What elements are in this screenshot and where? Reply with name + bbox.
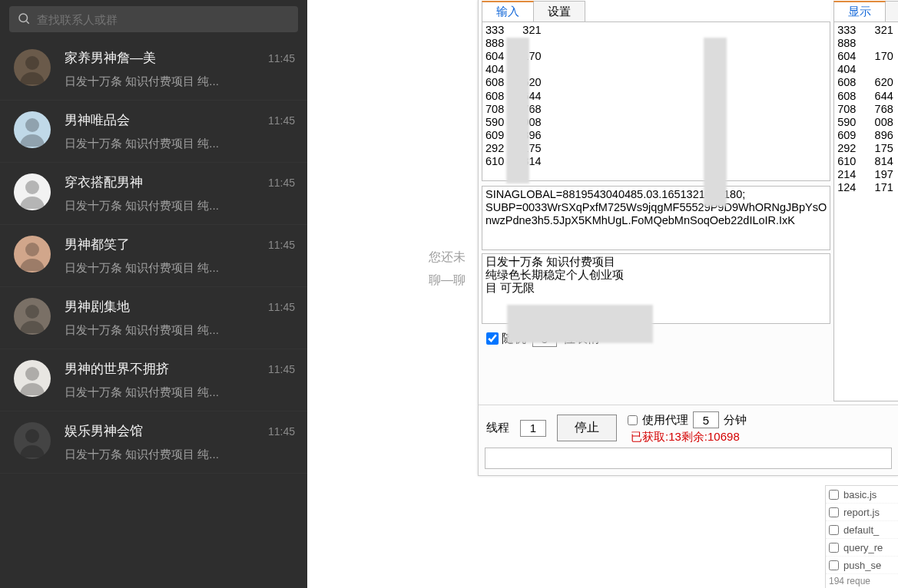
chat-item-body: 穿衣搭配男神11:45日发十万条 知识付费项目 纯...	[65, 173, 295, 213]
chat-sidebar: 家养男神詹—美11:45日发十万条 知识付费项目 纯...男神唯品会11:45日…	[0, 0, 307, 588]
file-row-checkbox[interactable]	[829, 543, 839, 553]
svg-point-2	[25, 56, 39, 70]
chat-item-body: 男神都笑了11:45日发十万条 知识付费项目 纯...	[65, 236, 295, 276]
chat-item-body: 家养男神詹—美11:45日发十万条 知识付费项目 纯...	[65, 49, 295, 89]
avatar	[14, 49, 51, 86]
file-row-label: report.js	[843, 507, 880, 518]
svg-point-8	[25, 429, 39, 443]
random-checkbox[interactable]	[486, 332, 499, 345]
file-row[interactable]: default_	[826, 521, 898, 539]
file-row-label: push_se	[843, 560, 881, 571]
chat-item-body: 男神剧集地11:45日发十万条 知识付费项目 纯...	[65, 298, 295, 338]
tool-left-column: 输入 设置 333 321 888 604 170 404 608 620 60…	[482, 0, 830, 405]
search-icon	[17, 12, 37, 28]
tabs-right: 显示 代理	[833, 0, 898, 21]
file-row-checkbox[interactable]	[829, 507, 839, 517]
chat-item-body: 娱乐男神会馆11:45日发十万条 知识付费项目 纯...	[65, 422, 295, 462]
empty-chat-hint: 您还未 聊—聊	[429, 246, 466, 292]
chat-time: 11:45	[268, 114, 295, 127]
proxy-minutes-input[interactable]	[693, 411, 719, 428]
file-row[interactable]: report.js	[826, 504, 898, 521]
status-line: 已获取:13剩余:10698	[628, 430, 747, 444]
file-row-label: default_	[843, 524, 879, 536]
file-row-checkbox[interactable]	[829, 490, 839, 500]
svg-point-5	[25, 243, 39, 256]
search-box[interactable]	[9, 6, 298, 32]
chat-item[interactable]: 穿衣搭配男神11:45日发十万条 知识付费项目 纯...	[0, 163, 307, 225]
hint-line-1: 您还未	[429, 246, 466, 269]
thread-count-input[interactable]	[520, 420, 546, 437]
avatar	[14, 360, 51, 397]
chat-time: 11:45	[268, 52, 295, 64]
svg-point-4	[25, 180, 39, 194]
tab-input[interactable]: 输入	[482, 1, 534, 22]
file-list-panel: basic.jsreport.jsdefault_query_repush_se…	[825, 485, 898, 588]
tool-bottom-bar: 线程 停止 使用代理 分钟 已获取:13剩余:10698	[479, 405, 898, 448]
avatar	[14, 173, 51, 210]
chat-item-body: 男神的世界不拥挤11:45日发十万条 知识付费项目 纯...	[65, 360, 295, 400]
file-row-label: basic.js	[843, 489, 876, 500]
chat-name: 男神都笑了	[65, 236, 130, 253]
tool-right-column: 显示 代理 333 321 发 送 失 败!! 888 发 送 失 败!! 60…	[833, 0, 898, 405]
chat-item[interactable]: 男神都笑了11:45日发十万条 知识付费项目 纯...	[0, 225, 307, 287]
tab-display[interactable]: 显示	[833, 1, 886, 22]
result-log-box[interactable]: 333 321 发 送 失 败!! 888 发 送 失 败!! 604 170 …	[833, 21, 898, 401]
chat-preview: 日发十万条 知识付费项目 纯...	[65, 74, 295, 89]
bottom-text-input[interactable]	[485, 448, 892, 469]
hint-line-2: 聊—聊	[429, 269, 466, 292]
chat-preview: 日发十万条 知识付费项目 纯...	[65, 385, 295, 400]
thread-label: 线程	[486, 421, 509, 435]
avatar	[14, 298, 51, 335]
tool-body: 输入 设置 333 321 888 604 170 404 608 620 60…	[479, 0, 898, 405]
file-row[interactable]: query_re	[826, 539, 898, 557]
file-row-checkbox[interactable]	[829, 525, 839, 535]
svg-point-7	[25, 367, 39, 381]
file-panel-footer: 194 reque	[826, 574, 898, 588]
chat-name: 男神剧集地	[65, 298, 130, 315]
chat-name: 男神的世界不拥挤	[65, 360, 169, 378]
svg-point-6	[25, 305, 39, 319]
proxy-and-status: 使用代理 分钟 已获取:13剩余:10698	[628, 411, 747, 444]
avatar	[14, 236, 51, 273]
file-row[interactable]: push_se	[826, 557, 898, 574]
chat-item[interactable]: 男神的世界不拥挤11:45日发十万条 知识付费项目 纯...	[0, 349, 307, 411]
chat-preview: 日发十万条 知识付费项目 纯...	[65, 448, 295, 462]
avatar	[14, 422, 51, 459]
search-input[interactable]	[37, 13, 290, 26]
chat-item[interactable]: 娱乐男神会馆11:45日发十万条 知识付费项目 纯...	[0, 411, 307, 474]
chat-name: 娱乐男神会馆	[65, 422, 143, 440]
chat-time: 11:45	[268, 301, 295, 313]
chat-item[interactable]: 男神唯品会11:45日发十万条 知识付费项目 纯...	[0, 101, 307, 163]
chat-time: 11:45	[268, 177, 295, 189]
chat-name: 穿衣搭配男神	[65, 173, 143, 191]
chat-preview: 日发十万条 知识付费项目 纯...	[65, 261, 295, 276]
chat-name: 家养男神詹—美	[65, 49, 156, 67]
chat-time: 11:45	[268, 363, 295, 375]
chat-name: 男神唯品会	[65, 111, 130, 129]
svg-point-3	[25, 118, 39, 132]
use-proxy-checkbox[interactable]	[628, 415, 638, 425]
chat-list[interactable]: 家养男神詹—美11:45日发十万条 知识付费项目 纯...男神唯品会11:45日…	[0, 38, 307, 588]
stop-button[interactable]: 停止	[557, 415, 617, 441]
tab-settings[interactable]: 设置	[534, 1, 585, 22]
file-row-checkbox[interactable]	[829, 560, 839, 570]
chat-item-body: 男神唯品会11:45日发十万条 知识付费项目 纯...	[65, 111, 295, 151]
chat-time: 11:45	[268, 239, 295, 251]
tab-proxy[interactable]: 代理	[886, 1, 898, 22]
chat-item[interactable]: 家养男神詹—美11:45日发十万条 知识付费项目 纯...	[0, 38, 307, 101]
tabs-left: 输入 设置	[482, 0, 830, 21]
proxy-suffix: 分钟	[724, 413, 747, 428]
file-row[interactable]: basic.js	[826, 486, 898, 504]
svg-point-0	[19, 14, 28, 22]
cookie-box[interactable]: SINAGLOBAL=8819543040485.03.165132109218…	[482, 186, 830, 250]
chat-item[interactable]: 男神剧集地11:45日发十万条 知识付费项目 纯...	[0, 287, 307, 349]
chat-preview: 日发十万条 知识付费项目 纯...	[65, 199, 295, 213]
sender-tool-window: 输入 设置 333 321 888 604 170 404 608 620 60…	[478, 0, 898, 476]
file-row-label: query_re	[843, 542, 883, 553]
use-proxy-label: 使用代理	[642, 413, 688, 428]
chat-time: 11:45	[268, 425, 295, 438]
chat-preview: 日发十万条 知识付费项目 纯...	[65, 137, 295, 151]
svg-line-1	[26, 21, 28, 23]
chat-preview: 日发十万条 知识付费项目 纯...	[65, 323, 295, 338]
number-list-box[interactable]: 333 321 888 604 170 404 608 620 608 644 …	[482, 21, 830, 181]
